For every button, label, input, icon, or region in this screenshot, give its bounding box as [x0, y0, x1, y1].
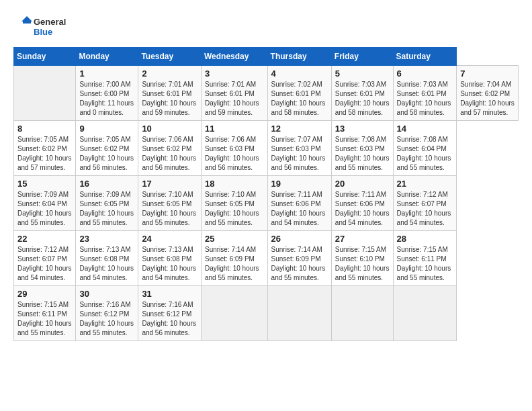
calendar-cell: 19Sunrise: 7:11 AM Sunset: 6:06 PM Dayli… [267, 176, 331, 231]
day-number: 24 [142, 234, 197, 244]
day-info: Sunrise: 7:01 AM Sunset: 6:01 PM Dayligh… [142, 80, 197, 118]
calendar-cell: 31Sunrise: 7:16 AM Sunset: 6:12 PM Dayli… [138, 286, 202, 341]
calendar-cell [14, 66, 76, 121]
calendar-cell: 14Sunrise: 7:08 AM Sunset: 6:04 PM Dayli… [393, 121, 457, 176]
day-info: Sunrise: 7:09 AM Sunset: 6:04 PM Dayligh… [17, 190, 72, 228]
day-info: Sunrise: 7:05 AM Sunset: 6:02 PM Dayligh… [17, 135, 72, 173]
calendar-cell [201, 286, 267, 341]
calendar-cell [393, 286, 457, 341]
calendar-cell: 11Sunrise: 7:06 AM Sunset: 6:03 PM Dayli… [201, 121, 267, 176]
calendar-cell: 12Sunrise: 7:07 AM Sunset: 6:03 PM Dayli… [267, 121, 331, 176]
day-info: Sunrise: 7:02 AM Sunset: 6:01 PM Dayligh… [271, 80, 328, 118]
day-info: Sunrise: 7:15 AM Sunset: 6:11 PM Dayligh… [17, 300, 72, 338]
day-info: Sunrise: 7:08 AM Sunset: 6:04 PM Dayligh… [397, 135, 453, 173]
calendar-cell: 22Sunrise: 7:12 AM Sunset: 6:07 PM Dayli… [14, 231, 76, 286]
calendar-cell: 4Sunrise: 7:02 AM Sunset: 6:01 PM Daylig… [267, 66, 331, 121]
day-info: Sunrise: 7:16 AM Sunset: 6:12 PM Dayligh… [79, 300, 134, 338]
day-number: 2 [142, 68, 197, 79]
weekday-header-thursday: Thursday [267, 48, 331, 66]
day-info: Sunrise: 7:00 AM Sunset: 6:00 PM Dayligh… [79, 80, 134, 118]
calendar-week-1: 1Sunrise: 7:00 AM Sunset: 6:00 PM Daylig… [14, 66, 519, 121]
day-number: 19 [271, 179, 328, 189]
day-info: Sunrise: 7:03 AM Sunset: 6:01 PM Dayligh… [397, 80, 453, 118]
day-info: Sunrise: 7:16 AM Sunset: 6:12 PM Dayligh… [142, 300, 197, 338]
day-number: 25 [205, 234, 264, 244]
day-number: 14 [397, 124, 453, 134]
calendar-cell: 26Sunrise: 7:14 AM Sunset: 6:09 PM Dayli… [267, 231, 331, 286]
calendar-cell [267, 286, 331, 341]
weekday-header-row: SundayMondayTuesdayWednesdayThursdayFrid… [14, 48, 519, 66]
svg-text:Blue: Blue [34, 27, 52, 37]
day-number: 31 [142, 289, 197, 299]
page-header: General Blue [13, 13, 519, 40]
calendar-body: 1Sunrise: 7:00 AM Sunset: 6:00 PM Daylig… [14, 66, 519, 341]
day-info: Sunrise: 7:15 AM Sunset: 6:10 PM Dayligh… [335, 245, 390, 283]
calendar-cell: 24Sunrise: 7:13 AM Sunset: 6:08 PM Dayli… [138, 231, 202, 286]
calendar-cell: 8Sunrise: 7:05 AM Sunset: 6:02 PM Daylig… [14, 121, 76, 176]
calendar-cell: 18Sunrise: 7:10 AM Sunset: 6:05 PM Dayli… [201, 176, 267, 231]
weekday-header-saturday: Saturday [393, 48, 457, 66]
day-info: Sunrise: 7:05 AM Sunset: 6:02 PM Dayligh… [79, 135, 134, 173]
day-number: 4 [271, 68, 328, 79]
day-info: Sunrise: 7:15 AM Sunset: 6:11 PM Dayligh… [397, 245, 453, 283]
day-number: 11 [205, 124, 264, 134]
day-number: 28 [397, 234, 453, 244]
calendar-week-2: 8Sunrise: 7:05 AM Sunset: 6:02 PM Daylig… [14, 121, 519, 176]
calendar-cell: 7Sunrise: 7:04 AM Sunset: 6:02 PM Daylig… [457, 66, 519, 121]
calendar-cell: 13Sunrise: 7:08 AM Sunset: 6:03 PM Dayli… [331, 121, 393, 176]
day-info: Sunrise: 7:01 AM Sunset: 6:01 PM Dayligh… [205, 80, 264, 118]
day-info: Sunrise: 7:10 AM Sunset: 6:05 PM Dayligh… [142, 190, 197, 228]
day-number: 27 [335, 234, 390, 244]
weekday-header-monday: Monday [76, 48, 138, 66]
calendar-cell: 6Sunrise: 7:03 AM Sunset: 6:01 PM Daylig… [393, 66, 457, 121]
day-info: Sunrise: 7:12 AM Sunset: 6:07 PM Dayligh… [17, 245, 72, 283]
calendar-cell: 3Sunrise: 7:01 AM Sunset: 6:01 PM Daylig… [201, 66, 267, 121]
day-number: 26 [271, 234, 328, 244]
day-number: 13 [335, 124, 390, 134]
calendar-cell: 10Sunrise: 7:06 AM Sunset: 6:02 PM Dayli… [138, 121, 202, 176]
day-info: Sunrise: 7:11 AM Sunset: 6:06 PM Dayligh… [335, 190, 390, 228]
day-info: Sunrise: 7:10 AM Sunset: 6:05 PM Dayligh… [205, 190, 264, 228]
weekday-header-wednesday: Wednesday [201, 48, 267, 66]
calendar-cell: 15Sunrise: 7:09 AM Sunset: 6:04 PM Dayli… [14, 176, 76, 231]
weekday-header-tuesday: Tuesday [138, 48, 202, 66]
day-info: Sunrise: 7:06 AM Sunset: 6:03 PM Dayligh… [205, 135, 264, 173]
day-info: Sunrise: 7:07 AM Sunset: 6:03 PM Dayligh… [271, 135, 328, 173]
day-number: 21 [397, 179, 453, 189]
weekday-header-friday: Friday [331, 48, 393, 66]
calendar-cell [331, 286, 393, 341]
day-number: 29 [17, 289, 72, 299]
day-number: 15 [17, 179, 72, 189]
calendar-cell: 27Sunrise: 7:15 AM Sunset: 6:10 PM Dayli… [331, 231, 393, 286]
day-number: 9 [79, 124, 134, 134]
day-info: Sunrise: 7:13 AM Sunset: 6:08 PM Dayligh… [79, 245, 134, 283]
calendar-header: SundayMondayTuesdayWednesdayThursdayFrid… [14, 48, 519, 66]
calendar-cell: 28Sunrise: 7:15 AM Sunset: 6:11 PM Dayli… [393, 231, 457, 286]
day-number: 3 [205, 68, 264, 79]
day-number: 16 [79, 179, 134, 189]
calendar-week-4: 22Sunrise: 7:12 AM Sunset: 6:07 PM Dayli… [14, 231, 519, 286]
day-info: Sunrise: 7:11 AM Sunset: 6:06 PM Dayligh… [271, 190, 328, 228]
day-number: 7 [460, 68, 515, 79]
day-number: 17 [142, 179, 197, 189]
day-number: 6 [397, 68, 453, 79]
svg-rect-3 [23, 21, 31, 24]
calendar-cell: 20Sunrise: 7:11 AM Sunset: 6:06 PM Dayli… [331, 176, 393, 231]
day-number: 22 [17, 234, 72, 244]
day-info: Sunrise: 7:14 AM Sunset: 6:09 PM Dayligh… [205, 245, 264, 283]
day-info: Sunrise: 7:08 AM Sunset: 6:03 PM Dayligh… [335, 135, 390, 173]
calendar-cell: 17Sunrise: 7:10 AM Sunset: 6:05 PM Dayli… [138, 176, 202, 231]
svg-marker-2 [21, 16, 32, 21]
calendar-cell: 29Sunrise: 7:15 AM Sunset: 6:11 PM Dayli… [14, 286, 76, 341]
calendar-cell: 25Sunrise: 7:14 AM Sunset: 6:09 PM Dayli… [201, 231, 267, 286]
day-info: Sunrise: 7:09 AM Sunset: 6:05 PM Dayligh… [79, 190, 134, 228]
day-info: Sunrise: 7:03 AM Sunset: 6:01 PM Dayligh… [335, 80, 390, 118]
svg-text:General: General [34, 17, 66, 27]
calendar-cell: 16Sunrise: 7:09 AM Sunset: 6:05 PM Dayli… [76, 176, 138, 231]
logo: General Blue [13, 13, 74, 40]
calendar-cell: 2Sunrise: 7:01 AM Sunset: 6:01 PM Daylig… [138, 66, 202, 121]
day-number: 23 [79, 234, 134, 244]
calendar-cell: 9Sunrise: 7:05 AM Sunset: 6:02 PM Daylig… [76, 121, 138, 176]
calendar-cell: 1Sunrise: 7:00 AM Sunset: 6:00 PM Daylig… [76, 66, 138, 121]
day-info: Sunrise: 7:06 AM Sunset: 6:02 PM Dayligh… [142, 135, 197, 173]
